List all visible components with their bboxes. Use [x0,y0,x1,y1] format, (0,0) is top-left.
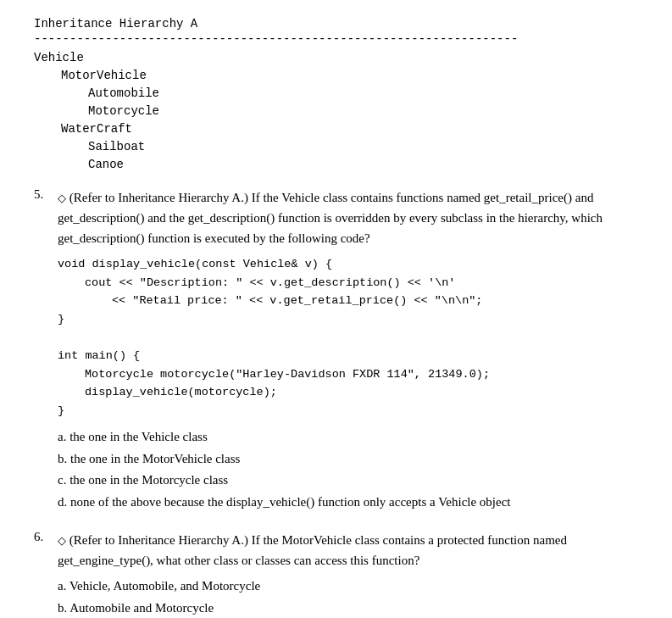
answer-5b: b. the one in the MotorVehicle class [58,448,638,470]
question-5: 5. ◇ (Refer to Inheritance Hierarchy A.)… [34,187,638,513]
code-block-5: void display_vehicle(const Vehicle& v) {… [58,255,638,420]
question-6-answers: a. Vehicle, Automobile, and Motorcycle b… [58,576,638,618]
question-6-text: (Refer to Inheritance Hierarchy A.) If t… [58,533,567,567]
tree-node-watercraft: WaterCraft [61,120,638,138]
code-line-9: } [58,402,638,420]
tree-node-motorvehicle: MotorVehicle [61,67,638,85]
question-5-answers: a. the one in the Vehicle class b. the o… [58,426,638,513]
question-6-diamond: ◇ [58,534,66,547]
code-line-2: cout << "Description: " << v.get_descrip… [85,274,638,292]
code-line-7: Motorcycle motorcycle("Harley-Davidson F… [85,365,638,384]
answer-6a: a. Vehicle, Automobile, and Motorcycle [58,576,638,598]
code-line-blank [58,328,638,347]
answer-5a: a. the one in the Vehicle class [58,426,638,448]
answer-5c: c. the one in the Motorcycle class [58,470,638,492]
tree-node-automobile: Automobile [88,85,638,103]
question-6-number: 6. [34,530,58,571]
question-5-diamond: ◇ [58,192,66,204]
tree-node-canoe: Canoe [88,156,638,174]
question-5-number: 5. [34,187,58,248]
code-line-1: void display_vehicle(const Vehicle& v) { [58,255,638,274]
hierarchy-divider: ----------------------------------------… [34,32,638,46]
answer-6b: b. Automobile and Motorcycle [58,598,638,618]
answer-5d: d. none of the above because the display… [58,492,638,514]
code-line-4: } [58,310,638,329]
tree-node-motorcycle: Motorcycle [88,103,638,120]
tree-node-sailboat: Sailboat [88,138,638,156]
question-6: 6. ◇ (Refer to Inheritance Hierarchy A.)… [34,530,638,618]
code-line-6: int main() { [58,347,638,365]
code-line-8: display_vehicle(motorcycle); [85,383,638,402]
question-5-text: (Refer to Inheritance Hierarchy A.) If t… [58,191,603,245]
tree-node-vehicle: Vehicle [34,49,638,67]
hierarchy-tree: Vehicle MotorVehicle Automobile Motorcyc… [34,49,638,174]
hierarchy-title: Inheritance Hierarchy A [34,17,638,31]
code-line-3: << "Retail price: " << v.get_retail_pric… [112,292,638,310]
